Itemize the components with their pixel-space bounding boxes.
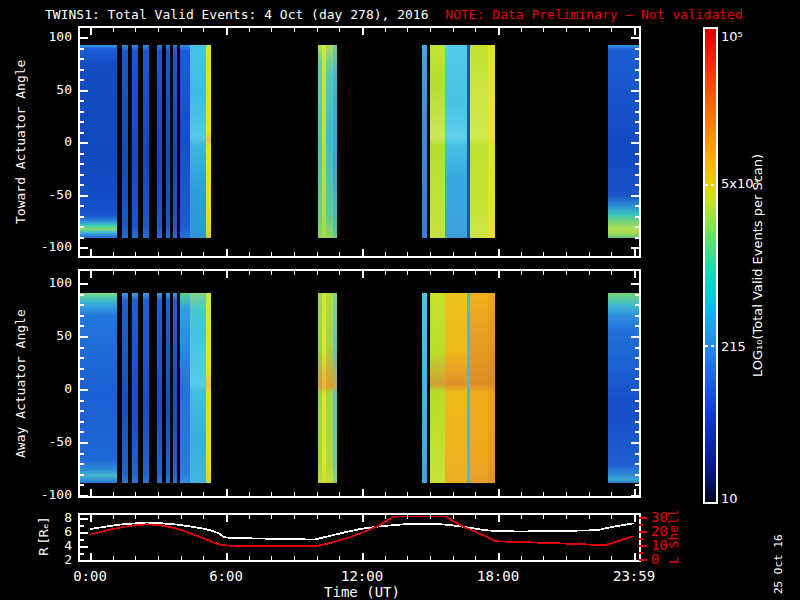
x-tick bbox=[362, 249, 364, 256]
x-tick bbox=[271, 515, 272, 519]
x-tick bbox=[362, 515, 364, 522]
y-tick bbox=[635, 304, 639, 306]
y-tick-label: -50 bbox=[28, 187, 72, 203]
y-tick bbox=[80, 315, 84, 317]
y-tick bbox=[635, 48, 639, 50]
x-tick bbox=[611, 492, 612, 496]
spectro-column bbox=[143, 293, 149, 483]
x-tick bbox=[453, 28, 454, 32]
x-tick bbox=[271, 492, 272, 496]
x-tick bbox=[271, 271, 272, 275]
away-y-axis-label: Away Actuator Angle bbox=[12, 269, 28, 498]
y-tick bbox=[80, 283, 88, 285]
spectro-column bbox=[143, 45, 149, 238]
x-tick bbox=[453, 252, 454, 256]
x-tick bbox=[498, 489, 500, 496]
x-tick bbox=[566, 556, 567, 560]
x-tick bbox=[113, 515, 114, 519]
y-tick-label: -50 bbox=[28, 434, 72, 450]
x-tick bbox=[430, 271, 431, 275]
x-tick bbox=[543, 28, 544, 32]
y-tick bbox=[80, 532, 88, 534]
x-tick bbox=[181, 492, 182, 496]
y-tick bbox=[80, 553, 84, 555]
x-tick bbox=[226, 28, 228, 35]
spectro-column bbox=[430, 293, 445, 483]
y-tick-label: -100 bbox=[28, 239, 72, 255]
x-tick bbox=[226, 271, 228, 278]
x-tick bbox=[317, 492, 318, 496]
spectro-column bbox=[173, 293, 177, 483]
y-tick bbox=[80, 453, 84, 455]
y-tick-label: 50 bbox=[28, 82, 72, 98]
x-tick bbox=[385, 515, 386, 519]
y-tick bbox=[631, 336, 639, 338]
y-tick bbox=[635, 453, 639, 455]
y-tick bbox=[639, 524, 643, 526]
spectro-column bbox=[470, 45, 488, 238]
x-tick bbox=[90, 28, 92, 35]
x-tick bbox=[475, 515, 476, 519]
x-tick bbox=[135, 271, 136, 275]
spectro-column bbox=[445, 45, 467, 238]
time-tick-label: 23:59 bbox=[613, 568, 655, 584]
x-tick bbox=[317, 28, 318, 32]
x-tick bbox=[453, 515, 454, 519]
r-tick-label: 2 bbox=[28, 552, 72, 568]
y-tick bbox=[80, 410, 84, 412]
x-tick bbox=[135, 515, 136, 519]
spectro-column bbox=[333, 293, 337, 483]
y-tick bbox=[80, 484, 84, 486]
x-tick bbox=[339, 556, 340, 560]
l-shell-tick-label: 0 bbox=[651, 551, 681, 567]
spectro-column bbox=[333, 45, 337, 238]
y-tick bbox=[80, 495, 88, 497]
x-tick bbox=[498, 249, 500, 256]
spectrogram-panel-toward bbox=[78, 26, 641, 258]
y-tick bbox=[80, 389, 88, 391]
y-tick bbox=[635, 237, 639, 239]
toward-y-axis-label: Toward Actuator Angle bbox=[12, 26, 28, 258]
x-tick bbox=[498, 271, 500, 278]
x-tick bbox=[317, 556, 318, 560]
x-tick bbox=[113, 271, 114, 275]
y-tick bbox=[639, 552, 643, 554]
y-tick-label: 50 bbox=[28, 328, 72, 344]
x-tick bbox=[339, 515, 340, 519]
colorbar bbox=[703, 27, 718, 504]
x-tick bbox=[249, 515, 250, 519]
y-tick bbox=[80, 48, 84, 50]
x-tick bbox=[203, 252, 204, 256]
y-tick bbox=[635, 368, 639, 370]
y-tick bbox=[80, 69, 84, 71]
y-tick bbox=[635, 410, 639, 412]
x-tick bbox=[385, 252, 386, 256]
y-tick bbox=[635, 69, 639, 71]
x-tick bbox=[543, 492, 544, 496]
spectrogram-panel-away bbox=[78, 269, 641, 498]
x-tick bbox=[385, 556, 386, 560]
y-tick bbox=[631, 195, 639, 197]
x-tick bbox=[113, 492, 114, 496]
x-tick bbox=[589, 515, 590, 519]
x-tick bbox=[271, 28, 272, 32]
x-tick bbox=[475, 271, 476, 275]
spectro-column bbox=[206, 45, 211, 238]
spectro-column bbox=[157, 45, 162, 238]
y-tick bbox=[80, 347, 84, 349]
y-tick bbox=[639, 517, 647, 519]
x-tick bbox=[317, 252, 318, 256]
x-tick bbox=[611, 271, 612, 275]
x-tick bbox=[339, 28, 340, 32]
y-tick bbox=[639, 559, 647, 561]
spectro-column bbox=[422, 293, 427, 483]
time-tick-label: 0:00 bbox=[73, 568, 107, 584]
x-tick bbox=[430, 252, 431, 256]
x-tick bbox=[521, 556, 522, 560]
x-tick bbox=[294, 492, 295, 496]
y-tick bbox=[635, 226, 639, 228]
y-tick bbox=[80, 400, 84, 402]
x-tick bbox=[294, 28, 295, 32]
x-tick bbox=[407, 515, 408, 519]
spectro-column bbox=[166, 45, 170, 238]
